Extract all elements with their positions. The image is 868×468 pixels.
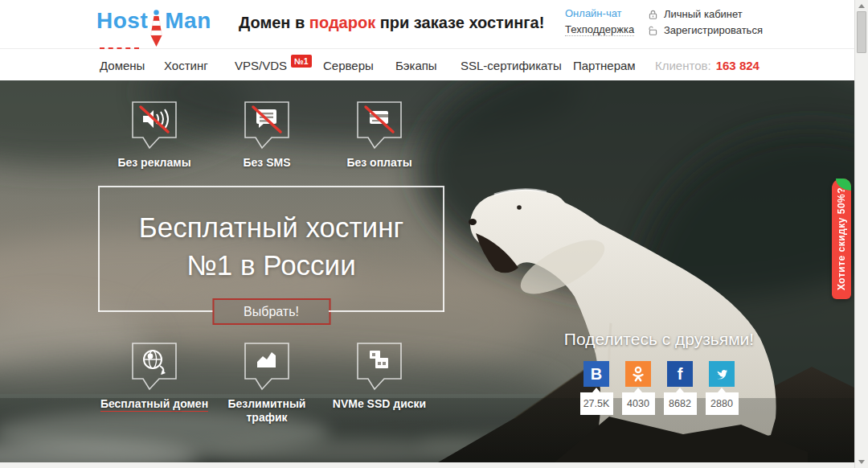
vertical-scrollbar-thumb[interactable]	[857, 11, 866, 53]
vk-share-button[interactable]: В	[583, 361, 609, 387]
nav-item-domains[interactable]: Домены	[100, 59, 145, 72]
hero-section: Без рекламы Без SMS	[0, 80, 854, 462]
unlimited-traffic-chart-icon	[244, 343, 289, 394]
personal-account-label: Личный кабинет	[664, 8, 743, 20]
number-one-badge: №1	[291, 55, 312, 68]
discount-ribbon[interactable]: Хотите скидку 50%?	[832, 179, 851, 299]
share-fb-column: f 8682	[664, 361, 697, 415]
facebook-share-button[interactable]: f	[667, 361, 693, 387]
hero-title-line2: №1 в России	[100, 246, 443, 284]
clients-count-value: 163 824	[716, 59, 760, 72]
free-domain-globe-icon	[132, 343, 177, 394]
choose-button[interactable]: Выбрать!	[212, 298, 330, 325]
twitter-share-count: 2880	[706, 392, 739, 415]
header-support-links: Онлайн-чат Техподдержка	[565, 7, 634, 36]
hostiman-landing-page: Host Man Домен в подарок при заказе хост…	[0, 0, 868, 468]
register-link[interactable]: Зарегистрироваться	[648, 23, 763, 38]
free-domain-link[interactable]: Бесплатный домен	[100, 397, 208, 412]
lock-open-icon	[648, 25, 658, 36]
lock-closed-icon	[648, 9, 658, 20]
feature-no-ads: Без рекламы	[98, 101, 211, 170]
feature-free-domain: Бесплатный домен	[98, 343, 211, 425]
logo[interactable]: Host Man	[96, 8, 211, 48]
vk-icon: В	[591, 365, 602, 384]
odnoklassniki-share-button[interactable]	[625, 361, 651, 387]
share-vk-column: В 27.5K	[580, 361, 613, 415]
horizontal-scrollbar[interactable]	[0, 462, 854, 468]
nav-item-hosting[interactable]: Хостинг	[164, 59, 208, 72]
social-share-block: Поделитесь с друзьями! В 27.5K 4030	[553, 330, 765, 415]
register-label: Зарегистрироваться	[664, 24, 763, 36]
clients-counter: Клиентов:163 824	[655, 59, 760, 72]
personal-account-link[interactable]: Личный кабинет	[648, 6, 763, 22]
nav-item-backups[interactable]: Бэкапы	[395, 59, 437, 72]
features-bottom-row: Бесплатный домен Безлимитный трафик	[98, 343, 452, 425]
nav-item-ssl[interactable]: SSL-сертификаты	[461, 59, 562, 72]
logo-text-host: Host	[96, 8, 148, 34]
ribbon-label: Хотите скидку 50%?	[832, 179, 851, 299]
ok-share-count: 4030	[622, 392, 655, 415]
logo-text-man: Man	[165, 8, 211, 34]
feature-label: Без оплаты	[346, 156, 411, 170]
feature-nvme-ssd: NVMe SSD диски	[323, 343, 436, 425]
feature-label: Без рекламы	[117, 156, 190, 170]
feature-unlimited-traffic: Безлимитный трафик	[211, 343, 323, 425]
active-tab-indicator	[100, 47, 139, 49]
fb-share-count: 8682	[664, 392, 697, 415]
facebook-icon: f	[678, 365, 683, 384]
odnoklassniki-icon	[631, 366, 645, 382]
twitter-share-button[interactable]	[709, 361, 735, 387]
no-sms-icon	[244, 101, 289, 153]
no-ads-icon	[132, 101, 177, 153]
feature-label: NVMe SSD диски	[333, 397, 426, 411]
hero-title-box: Бесплатный хостинг №1 в России Выбрать!	[98, 186, 444, 312]
feature-label: Безлимитный трафик	[220, 397, 313, 425]
online-chat-link[interactable]: Онлайн-чат	[565, 7, 622, 19]
feature-label: Без SMS	[243, 156, 290, 170]
scroll-up-arrow-icon[interactable]	[858, 4, 865, 8]
feature-no-sms: Без SMS	[211, 101, 323, 170]
nav-item-servers[interactable]: Серверы	[323, 59, 374, 72]
header-tagline: Домен в подарок при заказе хостинга!	[239, 14, 544, 32]
tech-support-link[interactable]: Техподдержка	[565, 23, 634, 36]
nav-item-vps-vds[interactable]: VPS/VDS№1	[235, 59, 312, 72]
vk-share-count: 27.5K	[580, 392, 613, 415]
hero-title: Бесплатный хостинг №1 в России	[100, 208, 443, 284]
no-payment-icon	[357, 101, 402, 153]
scroll-down-arrow-icon[interactable]	[858, 460, 865, 464]
twitter-bird-icon	[714, 367, 730, 382]
features-top-row: Без рекламы Без SMS	[98, 101, 452, 170]
feature-no-payment: Без оплаты	[323, 101, 436, 170]
nav-item-partners[interactable]: Партнерам	[573, 59, 636, 72]
lighthouse-icon	[149, 10, 163, 48]
vertical-scrollbar[interactable]	[854, 0, 868, 468]
hero-title-line1: Бесплатный хостинг	[100, 208, 443, 246]
share-ok-column: 4030	[622, 361, 655, 415]
nvme-ssd-disks-icon	[357, 343, 402, 394]
share-twitter-column: 2880	[706, 361, 739, 415]
header: Host Man Домен в подарок при заказе хост…	[0, 0, 854, 48]
share-title: Поделитесь с друзьями!	[553, 330, 765, 349]
main-navigation: Домены Хостинг VPS/VDS№1 Серверы Бэкапы …	[0, 48, 854, 81]
header-account-links: Личный кабинет Зарегистрироваться	[648, 6, 763, 38]
tagline-highlight: подарок	[309, 14, 375, 31]
share-buttons-row: В 27.5K 4030 f 8682	[553, 361, 765, 415]
